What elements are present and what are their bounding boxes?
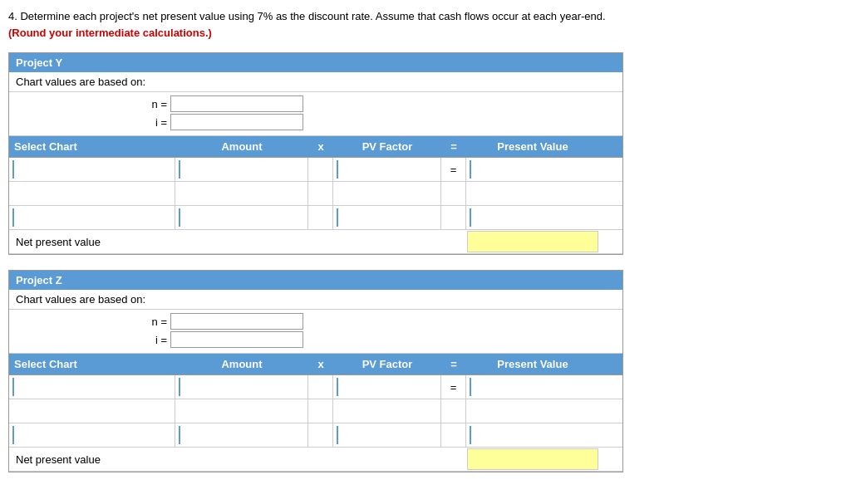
project-z-col-headers: Select Chart Amount x PV Factor = Presen… xyxy=(9,354,622,375)
project-y-row-2 xyxy=(9,182,622,206)
project-z-pvfactor-header: PV Factor xyxy=(333,354,441,374)
project-y-row3-eq xyxy=(441,206,466,229)
project-y-row3-amount xyxy=(175,206,308,229)
project-z-row1-select xyxy=(9,375,175,399)
instructions: 4. Determine each project's net present … xyxy=(8,8,623,41)
project-z-eq-header: = xyxy=(441,354,466,374)
project-y-col-headers: Select Chart Amount x PV Factor = Presen… xyxy=(9,136,622,158)
project-y-row3-pv-input[interactable] xyxy=(337,208,437,227)
project-z-row3-eq xyxy=(441,423,466,447)
project-y-npv-value xyxy=(467,231,598,252)
project-y-row1-eq: = xyxy=(441,158,466,181)
project-y-row3-x xyxy=(308,206,333,229)
project-y-row1-result xyxy=(466,158,599,181)
project-y-row1-amount-input[interactable] xyxy=(179,160,304,179)
project-y-amount-header: Amount xyxy=(175,136,308,157)
project-y-i-label: i = xyxy=(142,116,167,129)
project-z-row1-pv xyxy=(333,375,441,399)
project-y-i-input[interactable] xyxy=(170,114,303,130)
project-z-row1-result xyxy=(466,375,599,399)
project-y-npv-row: Net present value xyxy=(9,230,622,254)
project-y-row-1: = xyxy=(9,158,622,182)
project-z-row1-x xyxy=(308,375,333,399)
project-z-n-input[interactable] xyxy=(170,313,303,330)
project-z-row1-pv-input[interactable] xyxy=(337,378,437,396)
project-y-i-row: i = xyxy=(142,114,303,130)
project-z-x-header: x xyxy=(308,354,333,374)
project-y-pvfactor-header: PV Factor xyxy=(333,136,441,157)
project-z-row3-result xyxy=(466,423,599,447)
project-z-pv-header: Present Value xyxy=(466,354,599,374)
project-z-n-row: n = xyxy=(142,313,303,330)
project-y-select-chart-header: Select Chart xyxy=(9,136,175,157)
project-z-row3-select xyxy=(9,423,175,447)
project-y-row3-select-input[interactable] xyxy=(12,208,171,227)
project-z-npv-input[interactable] xyxy=(468,449,598,465)
project-z-container: Project Z Chart values are based on: n =… xyxy=(8,270,623,472)
project-y-row3-select xyxy=(9,206,175,229)
project-y-container: Project Y Chart values are based on: n =… xyxy=(8,52,623,255)
project-z-ni-inputs: n = i = xyxy=(9,310,622,354)
project-z-row-2 xyxy=(9,399,622,423)
project-z-row1-select-input[interactable] xyxy=(12,378,171,396)
project-z-n-label: n = xyxy=(142,316,167,328)
project-y-row3-result-input[interactable] xyxy=(470,208,596,227)
project-y-row1-result-input[interactable] xyxy=(470,160,596,179)
project-z-amount-header: Amount xyxy=(175,354,308,374)
project-y-npv-label: Net present value xyxy=(9,232,466,252)
project-y-row1-x xyxy=(308,158,333,181)
project-z-row3-result-input[interactable] xyxy=(470,426,596,444)
project-z-header: Project Z xyxy=(9,271,622,290)
project-y-row3-result xyxy=(466,206,599,229)
project-z-row3-select-input[interactable] xyxy=(12,426,171,444)
project-z-chart-label: Chart values are based on: xyxy=(9,290,622,310)
project-y-n-input[interactable] xyxy=(170,95,303,112)
project-y-n-row: n = xyxy=(142,95,303,112)
project-z-row3-x xyxy=(308,423,333,447)
project-y-ni-inputs: n = i = xyxy=(9,92,622,136)
project-z-row-1: = xyxy=(9,375,622,399)
project-z-row1-result-input[interactable] xyxy=(470,378,596,396)
project-z-row1-amount-input[interactable] xyxy=(179,378,304,396)
project-z-row3-amount-input[interactable] xyxy=(179,426,304,444)
project-y-chart-label: Chart values are based on: xyxy=(9,72,622,92)
project-z-select-chart-header: Select Chart xyxy=(9,354,175,374)
project-y-header: Project Y xyxy=(9,53,622,72)
project-z-row3-amount xyxy=(175,423,308,447)
project-y-row1-pv xyxy=(333,158,441,181)
project-y-pv-header: Present Value xyxy=(466,136,599,157)
project-z-npv-row: Net present value xyxy=(9,448,622,472)
project-y-row1-pv-input[interactable] xyxy=(337,160,437,179)
project-y-eq-header: = xyxy=(441,136,466,157)
project-y-npv-input[interactable] xyxy=(468,232,598,247)
project-y-row3-amount-input[interactable] xyxy=(179,208,304,227)
project-z-i-label: i = xyxy=(142,334,167,346)
project-z-row3-pv-input[interactable] xyxy=(337,426,437,444)
project-z-npv-label: Net present value xyxy=(9,449,466,470)
project-z-row-3 xyxy=(9,423,622,448)
project-y-row1-amount xyxy=(175,158,308,181)
project-z-i-input[interactable] xyxy=(170,331,303,348)
instruction-bold: (Round your intermediate calculations.) xyxy=(8,27,212,39)
project-y-x-header: x xyxy=(308,136,333,157)
project-y-row-3 xyxy=(9,206,622,230)
project-z-npv-value xyxy=(467,448,598,470)
project-y-n-label: n = xyxy=(142,98,167,110)
project-y-row3-pv xyxy=(333,206,441,229)
project-z-row1-eq: = xyxy=(441,375,466,399)
instruction-text: 4. Determine each project's net present … xyxy=(8,10,606,22)
project-y-row1-select xyxy=(9,158,175,181)
project-y-row1-select-input[interactable] xyxy=(12,160,171,179)
project-z-row1-amount xyxy=(175,375,308,399)
project-z-row3-pv xyxy=(333,423,441,447)
project-z-i-row: i = xyxy=(142,331,303,348)
